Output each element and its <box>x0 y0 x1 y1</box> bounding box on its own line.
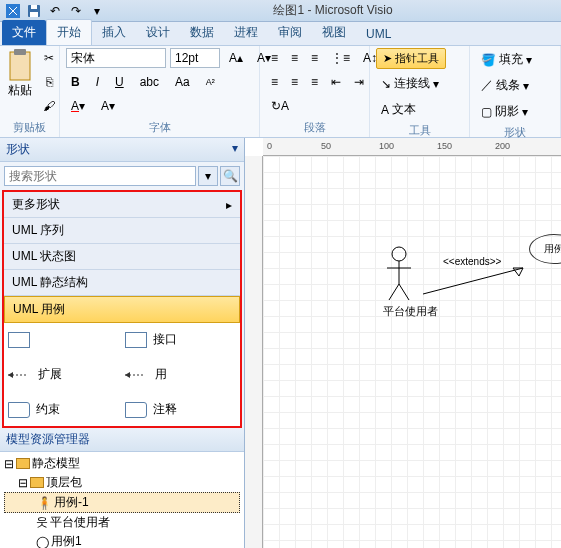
underline-button[interactable]: U <box>110 72 129 92</box>
pane-dropdown-icon[interactable]: ▾ <box>232 141 238 158</box>
connector-button[interactable]: ↘ 连接线▾ <box>376 72 444 95</box>
line-button[interactable]: ／线条▾ <box>476 74 534 97</box>
highlight-icon[interactable]: A▾ <box>96 96 120 116</box>
superscript-button[interactable]: A² <box>201 72 220 92</box>
connector-icon: ↘ <box>381 77 391 91</box>
tab-view[interactable]: 视图 <box>312 20 356 45</box>
ruler-vertical <box>245 156 263 548</box>
align-right-icon[interactable]: ≡ <box>306 72 323 92</box>
folder-icon <box>16 458 30 469</box>
align-left-icon[interactable]: ≡ <box>266 72 283 92</box>
svg-rect-3 <box>31 5 37 9</box>
shapes-pane: 形状 ▾ ▾ 🔍 更多形状 ▸ UML 序列 UML 状态图 UML 静态结构 … <box>0 138 245 548</box>
svg-line-11 <box>389 284 399 300</box>
canvas-area: 0 50 100 150 200 平台使用者 <<extends>> 用例 <box>245 138 561 548</box>
workspace: 形状 ▾ ▾ 🔍 更多形状 ▸ UML 序列 UML 状态图 UML 静态结构 … <box>0 138 561 548</box>
svg-point-8 <box>392 247 406 261</box>
shape-icon <box>8 332 30 348</box>
shape-extend[interactable]: 扩展 <box>8 366 119 383</box>
bold-button[interactable]: B <box>66 72 85 92</box>
search-shapes-input[interactable] <box>4 166 196 186</box>
group-clipboard: 粘贴 ✂ ⎘ 🖌 剪贴板 <box>0 46 60 137</box>
shape-constraint[interactable]: 约束 <box>8 401 119 418</box>
italic-button[interactable]: I <box>91 72 104 92</box>
strikethrough-button[interactable]: abc <box>135 72 164 92</box>
shape-search-row: ▾ 🔍 <box>0 162 244 190</box>
qat-dropdown-icon[interactable]: ▾ <box>88 2 106 20</box>
shape-interface[interactable]: 接口 <box>125 331 236 348</box>
group-font: A▴ A▾ B I U abc Aa A² A▾ A▾ 字体 <box>60 46 260 137</box>
cat-uml-usecase[interactable]: UML 用例 <box>4 296 240 323</box>
align-top-icon[interactable]: ≡ <box>266 48 283 68</box>
clipboard-group-label: 剪贴板 <box>6 118 53 137</box>
tree-uc1[interactable]: ◯用例1 <box>4 532 240 548</box>
rotate-text-icon[interactable]: ↻A <box>266 96 294 116</box>
align-bottom-icon[interactable]: ≡ <box>306 48 323 68</box>
shadow-button[interactable]: ▢阴影▾ <box>476 100 533 123</box>
shape-icon <box>125 332 147 348</box>
extends-arrow[interactable] <box>423 264 533 304</box>
save-icon[interactable] <box>25 2 43 20</box>
tree-actor[interactable]: 웃平台使用者 <box>4 513 240 532</box>
paste-button[interactable]: 粘贴 <box>6 48 34 99</box>
ribbon-tabs: 文件 开始 插入 设计 数据 进程 审阅 视图 UML <box>0 22 561 46</box>
tab-file[interactable]: 文件 <box>2 20 46 45</box>
pointer-tool-button[interactable]: ➤ 指针工具 <box>376 48 446 69</box>
svg-line-12 <box>399 284 409 300</box>
search-icon[interactable]: 🔍 <box>220 166 240 186</box>
format-painter-icon[interactable]: 🖌 <box>38 96 60 116</box>
increase-indent-icon[interactable]: ⇥ <box>349 72 369 92</box>
text-tool-button[interactable]: A 文本 <box>376 98 421 121</box>
tab-design[interactable]: 设计 <box>136 20 180 45</box>
ruler-horizontal: 0 50 100 150 200 <box>263 138 561 156</box>
tab-data[interactable]: 数据 <box>180 20 224 45</box>
folder-icon <box>30 477 44 488</box>
tree-usecase-1[interactable]: 🧍用例-1 <box>4 492 240 513</box>
shape-icon <box>125 402 147 418</box>
decrease-indent-icon[interactable]: ⇤ <box>326 72 346 92</box>
tab-review[interactable]: 审阅 <box>268 20 312 45</box>
copy-icon[interactable]: ⎘ <box>38 72 60 92</box>
usecase-shape[interactable]: 用例 <box>529 234 561 264</box>
svg-rect-5 <box>14 49 26 55</box>
window-title: 绘图1 - Microsoft Visio <box>109 2 557 19</box>
visio-app-icon[interactable] <box>4 2 22 20</box>
undo-icon[interactable]: ↶ <box>46 2 64 20</box>
line-icon: ／ <box>481 77 493 94</box>
shape-use[interactable]: 用 <box>125 366 236 383</box>
font-color-icon[interactable]: A▾ <box>66 96 90 116</box>
tree-top-package[interactable]: ⊟顶层包 <box>4 473 240 492</box>
bullets-icon[interactable]: ⋮≡ <box>326 48 355 68</box>
tree-static-model[interactable]: ⊟静态模型 <box>4 454 240 473</box>
group-paragraph: ≡ ≡ ≡ ⋮≡ A↕ ≡ ≡ ≡ ⇤ ⇥ ↻A 段落 <box>260 46 370 137</box>
drawing-canvas[interactable]: 平台使用者 <<extends>> 用例 <box>263 156 561 548</box>
font-name-select[interactable] <box>66 48 166 68</box>
cat-uml-static[interactable]: UML 静态结构 <box>4 270 240 296</box>
font-size-select[interactable] <box>170 48 220 68</box>
font-group-label: 字体 <box>66 118 253 137</box>
highlighted-shapes-area: 更多形状 ▸ UML 序列 UML 状态图 UML 静态结构 UML 用例 - … <box>2 190 242 428</box>
pointer-icon: ➤ <box>383 52 392 65</box>
search-dropdown-icon[interactable]: ▾ <box>198 166 218 186</box>
cat-uml-sequence[interactable]: UML 序列 <box>4 218 240 244</box>
fill-button[interactable]: 🪣填充▾ <box>476 48 537 71</box>
shape-item-row[interactable]: - <box>8 331 119 348</box>
cat-uml-statechart[interactable]: UML 状态图 <box>4 244 240 270</box>
change-case-button[interactable]: Aa <box>170 72 195 92</box>
model-explorer-tree: ⊟静态模型 ⊟顶层包 🧍用例-1 웃平台使用者 ◯用例1 <box>0 452 244 548</box>
align-center-icon[interactable]: ≡ <box>286 72 303 92</box>
tab-uml[interactable]: UML <box>356 23 401 45</box>
redo-icon[interactable]: ↷ <box>67 2 85 20</box>
shadow-icon: ▢ <box>481 105 492 119</box>
shape-stencil-grid: - 接口 扩展 用 约束 注释 <box>4 323 240 426</box>
tab-insert[interactable]: 插入 <box>92 20 136 45</box>
svg-rect-2 <box>30 12 38 17</box>
more-shapes-row[interactable]: 更多形状 ▸ <box>4 192 240 218</box>
tab-process[interactable]: 进程 <box>224 20 268 45</box>
align-middle-icon[interactable]: ≡ <box>286 48 303 68</box>
shape-note[interactable]: 注释 <box>125 401 236 418</box>
tab-home[interactable]: 开始 <box>46 19 92 45</box>
increase-font-icon[interactable]: A▴ <box>224 48 248 68</box>
chevron-right-icon: ▸ <box>226 198 232 212</box>
cut-icon[interactable]: ✂ <box>38 48 60 68</box>
